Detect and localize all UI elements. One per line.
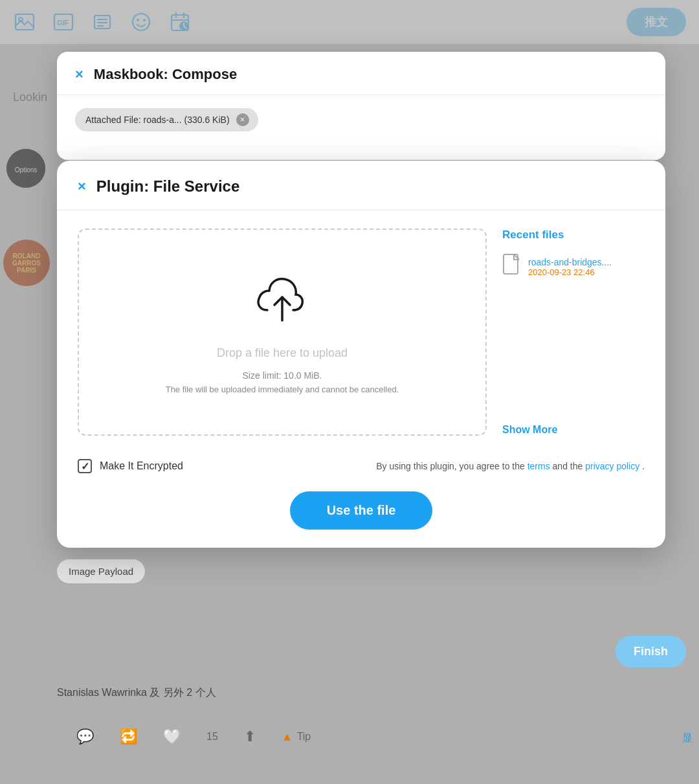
bg-show-link[interactable]: 显 (682, 732, 693, 745)
compose-modal-title: Maskbook: Compose (94, 66, 237, 83)
size-limit-text: Size limit: 10.0 MiB. (243, 370, 322, 381)
file-doc-icon (502, 253, 522, 281)
bg-action-bar: 💬 🔁 🤍 15 ⬆ ▲ Tip (57, 728, 699, 745)
attached-file-chip: Attached File: roads-a... (330.6 KiB) × (75, 108, 258, 131)
svg-rect-19 (504, 254, 518, 274)
drop-text: Drop a file here to upload (217, 346, 348, 360)
recent-files-panel: Recent files roads-and-bridges.... 2020-… (502, 229, 645, 436)
retweet-icon: 🔁 (120, 728, 137, 745)
file-info: roads-and-bridges.... 2020-09-23 22:46 (528, 257, 612, 277)
privacy-link[interactable]: privacy policy (585, 461, 639, 471)
like-count: 15 (206, 731, 218, 743)
terms-and: and the (553, 461, 586, 471)
cancel-note-text: The file will be uploaded immediately an… (166, 385, 399, 394)
file-date: 2020-09-23 22:46 (528, 267, 612, 277)
bg-finish-button[interactable]: Finish (616, 636, 686, 667)
upload-icon-wrap (253, 270, 311, 331)
bg-image-payload: Image Payload (57, 559, 145, 583)
chip-close-button[interactable]: × (236, 113, 249, 126)
checkmark-icon: ✓ (81, 460, 89, 473)
show-more-button[interactable]: Show More (502, 416, 645, 436)
encrypt-label: Make It Encrypted (100, 460, 183, 472)
tip-label: Tip (297, 731, 311, 743)
plugin-close-button[interactable]: × (78, 178, 86, 195)
plugin-bottom: ✓ Make It Encrypted By using this plugin… (57, 459, 665, 548)
attached-file-label: Attached File: roads-a... (330.6 KiB) (85, 115, 230, 125)
plugin-modal: × Plugin: File Service Drop a file here … (57, 161, 665, 548)
encrypt-left: ✓ Make It Encrypted (78, 459, 183, 473)
encrypt-checkbox[interactable]: ✓ (78, 459, 92, 473)
use-file-button[interactable]: Use the file (290, 491, 432, 530)
heart-icon: 🤍 (163, 728, 181, 745)
plugin-modal-body: Drop a file here to upload Size limit: 1… (57, 210, 665, 459)
bg-stanislas-text: Stanislas Wawrinka 及 另外 2 个人 (57, 686, 216, 700)
compose-modal-header: × Maskbook: Compose (57, 52, 665, 95)
plugin-modal-header: × Plugin: File Service (57, 161, 665, 210)
upload-cloud-icon (253, 270, 311, 328)
compose-modal-body: Attached File: roads-a... (330.6 KiB) × (57, 95, 665, 160)
share-icon: ⬆ (244, 728, 256, 745)
recent-file-item[interactable]: roads-and-bridges.... 2020-09-23 22:46 (502, 253, 645, 281)
plugin-modal-title: Plugin: File Service (96, 177, 239, 196)
encrypt-row: ✓ Make It Encrypted By using this plugin… (78, 459, 645, 473)
tip-triangle-icon: ▲ (282, 730, 293, 744)
terms-prefix: By using this plugin, you agree to the (376, 461, 527, 471)
terms-period: . (642, 461, 645, 471)
terms-link[interactable]: terms (527, 461, 550, 471)
comment-icon: 💬 (76, 728, 94, 745)
terms-text: By using this plugin, you agree to the t… (376, 461, 645, 471)
recent-files-title: Recent files (502, 229, 645, 241)
tip-section: ▲ Tip (282, 730, 311, 744)
compose-modal: × Maskbook: Compose Attached File: roads… (57, 52, 665, 160)
file-name: roads-and-bridges.... (528, 257, 612, 267)
compose-close-button[interactable]: × (75, 66, 83, 83)
drop-zone[interactable]: Drop a file here to upload Size limit: 1… (78, 229, 487, 436)
